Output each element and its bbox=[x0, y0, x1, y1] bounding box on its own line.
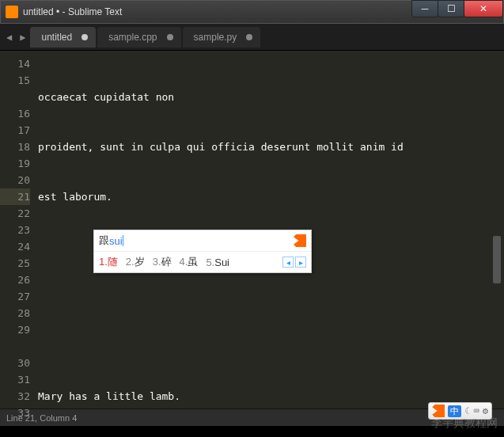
ime-popup[interactable]: 跟sui 1.随 2.岁 3.碎 4.虽 5.Sui ◂▸ bbox=[93, 230, 312, 273]
tab-untitled[interactable]: untitled bbox=[30, 27, 96, 48]
nav-forward-icon[interactable]: ▶ bbox=[17, 32, 28, 43]
window-controls: ─ ☐ ✕ bbox=[411, 1, 503, 23]
close-button[interactable]: ✕ bbox=[464, 0, 503, 17]
lang-indicator[interactable]: 中 bbox=[448, 405, 461, 417]
keyboard-icon[interactable]: ⌨ bbox=[474, 405, 479, 416]
dirty-indicator-icon bbox=[81, 34, 88, 40]
sogou-icon bbox=[294, 234, 306, 247]
moon-icon[interactable]: ☾ bbox=[464, 405, 470, 416]
titlebar[interactable]: untitled • - Sublime Text ─ ☐ ✕ bbox=[0, 0, 504, 24]
ime-composition: 跟sui bbox=[94, 230, 311, 252]
tab-label: sample.cpp bbox=[108, 32, 157, 43]
maximize-button[interactable]: ☐ bbox=[438, 0, 464, 17]
settings-icon[interactable]: ⚙ bbox=[483, 405, 488, 416]
ime-candidate-5[interactable]: 5.Sui bbox=[206, 256, 229, 268]
dirty-indicator-icon bbox=[246, 34, 252, 40]
line-gutter: 14 15 16 17 18 19 20 21 22 23 24 25 26 2… bbox=[0, 51, 38, 408]
ime-prev-icon: ◂ bbox=[282, 256, 294, 268]
sogou-icon bbox=[432, 405, 445, 417]
minimize-button[interactable]: ─ bbox=[411, 0, 438, 17]
tab-sample-cpp[interactable]: sample.cpp bbox=[97, 27, 180, 48]
dirty-indicator-icon bbox=[167, 34, 173, 40]
ime-candidate-2[interactable]: 2.岁 bbox=[126, 255, 145, 269]
language-bar[interactable]: 中 ☾ ⌨ ⚙ bbox=[428, 402, 492, 420]
nav-back-icon[interactable]: ◀ bbox=[3, 32, 15, 43]
scrollbar-thumb[interactable] bbox=[493, 236, 501, 283]
tab-sample-py[interactable]: sample.py bbox=[183, 27, 261, 48]
ime-candidate-1[interactable]: 1.随 bbox=[99, 255, 118, 269]
vertical-scrollbar[interactable] bbox=[493, 78, 502, 434]
ime-candidate-4[interactable]: 4.虽 bbox=[180, 255, 199, 269]
tab-bar: ◀ ▶ untitled sample.cpp sample.py bbox=[0, 24, 504, 51]
tab-label: sample.py bbox=[194, 32, 237, 43]
tab-label: untitled bbox=[41, 32, 72, 43]
ime-candidate-3[interactable]: 3.碎 bbox=[153, 255, 172, 269]
ime-next-icon: ▸ bbox=[295, 256, 306, 268]
app-icon bbox=[6, 6, 18, 18]
ime-pager[interactable]: ◂▸ bbox=[282, 256, 306, 268]
window-title: untitled • - Sublime Text bbox=[23, 6, 411, 17]
ime-candidates[interactable]: 1.随 2.岁 3.碎 4.虽 5.Sui ◂▸ bbox=[94, 252, 311, 272]
